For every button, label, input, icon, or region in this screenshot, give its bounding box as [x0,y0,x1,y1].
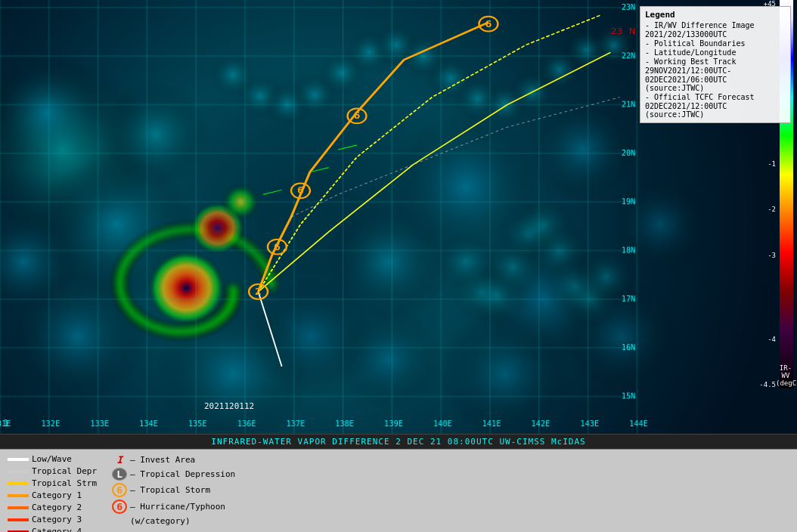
low-wave-swatch [8,458,29,461]
legend-panel: Legend - IR/WV Difference Image 2021/202… [640,6,791,123]
track-color-legend: Low/Wave Tropical Depr Tropical Strm Cat… [8,454,97,532]
map-area: 2 6 6 6 6 23 N S... 2021120112 [0,0,797,434]
cat1-label: Category 1 [32,490,82,500]
with-cat-label: (w/category) [130,516,190,526]
symbol-trop-dep: L – Tropical Depression [112,468,235,481]
bottom-bar-text: INFRARED-WATER VAPOR DIFFERENCE 2 DEC 21… [211,437,585,447]
low-wave-label: Low/Wave [32,454,72,464]
cat3-swatch [8,518,29,521]
timestamp-label: 2021120112 [204,401,254,411]
symbol-invest: I – Invest Area [112,454,235,466]
legend-cat3: Category 3 [8,515,97,524]
trop-depr-swatch [8,470,29,473]
trop-dep-label: – Tropical Depression [130,469,235,479]
cat1-swatch [8,494,29,497]
cat4-label: Category 4 [32,527,82,532]
trop-strm-label: Tropical Strm [32,478,97,488]
hurricane-label: – Hurricane/Typhoon [130,502,225,512]
trop-storm-symbol: 6 [112,483,127,497]
legend-bottom-panel: Low/Wave Tropical Depr Tropical Strm Cat… [0,449,797,532]
legend-trop-strm: Tropical Strm [8,478,97,488]
legend-lines: - IR/WV Difference Image 2021/202/133000… [645,21,786,119]
trop-depr-label: Tropical Depr [32,466,97,476]
main-container: 2 6 6 6 6 23 N S... 2021120112 [0,0,797,532]
symbol-trop-storm: 6 – Tropical Storm [112,483,235,497]
symbol-with-cat: (w/category) [112,516,235,526]
hurricane-symbol: 6 [112,500,127,514]
symbol-hurricane: 6 – Hurricane/Typhoon [112,500,235,514]
invest-symbol: I [112,454,127,466]
cat2-label: Category 2 [32,503,82,512]
legend-cat4: Category 4 [8,527,97,532]
trop-dep-symbol: L [112,468,127,481]
legend-low-wave: Low/Wave [8,454,97,464]
trop-strm-swatch [8,482,29,485]
invest-label: – Invest Area [130,455,195,465]
symbol-legend: I – Invest Area L – Tropical Depression … [112,454,235,526]
legend-cat2: Category 2 [8,503,97,512]
cat3-label: Category 3 [32,515,82,524]
colorbar-unit: IR-WV(degC) [776,364,795,387]
legend-trop-depr: Tropical Depr [8,466,97,476]
legend-cat1: Category 1 [8,490,97,500]
trop-storm-label: – Tropical Storm [130,485,210,495]
cat2-swatch [8,506,29,509]
bottom-bar: INFRARED-WATER VAPOR DIFFERENCE 2 DEC 21… [0,434,797,449]
legend-title: Legend [645,10,786,20]
